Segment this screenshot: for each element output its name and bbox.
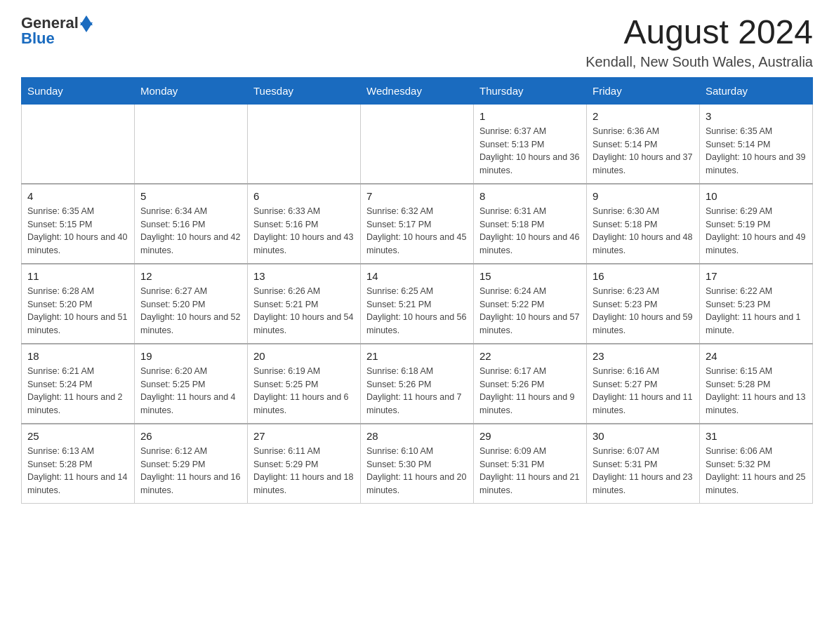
calendar-cell [361,104,474,184]
day-number: 7 [366,190,468,202]
calendar-cell: 15Sunrise: 6:24 AMSunset: 5:22 PMDayligh… [474,264,587,344]
day-number: 17 [706,270,807,282]
day-info: Sunrise: 6:35 AMSunset: 5:14 PMDaylight:… [706,125,807,177]
day-info: Sunrise: 6:35 AMSunset: 5:15 PMDaylight:… [27,205,128,257]
calendar-week-row-3: 11Sunrise: 6:28 AMSunset: 5:20 PMDayligh… [22,264,813,344]
day-number: 25 [27,430,128,442]
day-info: Sunrise: 6:20 AMSunset: 5:25 PMDaylight:… [140,365,241,417]
calendar-cell [22,104,135,184]
day-info: Sunrise: 6:06 AMSunset: 5:32 PMDaylight:… [706,445,807,497]
calendar-cell: 17Sunrise: 6:22 AMSunset: 5:23 PMDayligh… [700,264,813,344]
calendar-week-row-4: 18Sunrise: 6:21 AMSunset: 5:24 PMDayligh… [22,344,813,424]
day-number: 19 [140,350,241,362]
calendar-cell: 27Sunrise: 6:11 AMSunset: 5:29 PMDayligh… [248,424,361,504]
day-number: 18 [27,350,128,362]
calendar-cell [135,104,248,184]
calendar-cell: 29Sunrise: 6:09 AMSunset: 5:31 PMDayligh… [474,424,587,504]
day-number: 2 [593,110,694,122]
calendar-cell: 5Sunrise: 6:34 AMSunset: 5:16 PMDaylight… [135,184,248,264]
day-number: 1 [479,110,581,122]
calendar-cell: 21Sunrise: 6:18 AMSunset: 5:26 PMDayligh… [361,344,474,424]
col-sunday: Sunday [22,77,135,104]
logo-blue-text: Blue [21,29,55,48]
calendar-cell: 10Sunrise: 6:29 AMSunset: 5:19 PMDayligh… [700,184,813,264]
calendar-cell: 23Sunrise: 6:16 AMSunset: 5:27 PMDayligh… [587,344,700,424]
day-info: Sunrise: 6:30 AMSunset: 5:18 PMDaylight:… [593,205,694,257]
col-friday: Friday [587,77,700,104]
day-info: Sunrise: 6:17 AMSunset: 5:26 PMDaylight:… [479,365,581,417]
day-info: Sunrise: 6:28 AMSunset: 5:20 PMDaylight:… [27,285,128,337]
day-info: Sunrise: 6:25 AMSunset: 5:21 PMDaylight:… [366,285,468,337]
day-number: 15 [479,270,581,282]
day-number: 9 [593,190,694,202]
calendar-cell: 19Sunrise: 6:20 AMSunset: 5:25 PMDayligh… [135,344,248,424]
calendar-week-row-2: 4Sunrise: 6:35 AMSunset: 5:15 PMDaylight… [22,184,813,264]
location-subtitle: Kendall, New South Wales, Australia [585,54,813,70]
day-number: 28 [366,430,468,442]
calendar-cell: 4Sunrise: 6:35 AMSunset: 5:15 PMDaylight… [22,184,135,264]
day-number: 27 [253,430,355,442]
day-info: Sunrise: 6:36 AMSunset: 5:14 PMDaylight:… [593,125,694,177]
day-number: 8 [479,190,581,202]
day-number: 26 [140,430,241,442]
day-info: Sunrise: 6:15 AMSunset: 5:28 PMDaylight:… [706,365,807,417]
day-info: Sunrise: 6:07 AMSunset: 5:31 PMDaylight:… [593,445,694,497]
calendar-cell [248,104,361,184]
logo: General Blue [21,14,93,48]
day-info: Sunrise: 6:10 AMSunset: 5:30 PMDaylight:… [366,445,468,497]
day-number: 3 [706,110,807,122]
calendar-cell: 20Sunrise: 6:19 AMSunset: 5:25 PMDayligh… [248,344,361,424]
day-info: Sunrise: 6:33 AMSunset: 5:16 PMDaylight:… [253,205,355,257]
day-number: 24 [706,350,807,362]
calendar-cell: 22Sunrise: 6:17 AMSunset: 5:26 PMDayligh… [474,344,587,424]
day-number: 16 [593,270,694,282]
day-number: 14 [366,270,468,282]
calendar-cell: 18Sunrise: 6:21 AMSunset: 5:24 PMDayligh… [22,344,135,424]
calendar-cell: 25Sunrise: 6:13 AMSunset: 5:28 PMDayligh… [22,424,135,504]
calendar-table: Sunday Monday Tuesday Wednesday Thursday… [21,77,813,504]
day-info: Sunrise: 6:23 AMSunset: 5:23 PMDaylight:… [593,285,694,337]
day-info: Sunrise: 6:24 AMSunset: 5:22 PMDaylight:… [479,285,581,337]
calendar-cell: 16Sunrise: 6:23 AMSunset: 5:23 PMDayligh… [587,264,700,344]
calendar-cell: 11Sunrise: 6:28 AMSunset: 5:20 PMDayligh… [22,264,135,344]
day-number: 31 [706,430,807,442]
day-number: 5 [140,190,241,202]
day-number: 12 [140,270,241,282]
day-info: Sunrise: 6:27 AMSunset: 5:20 PMDaylight:… [140,285,241,337]
day-info: Sunrise: 6:37 AMSunset: 5:13 PMDaylight:… [479,125,581,177]
day-info: Sunrise: 6:22 AMSunset: 5:23 PMDaylight:… [706,285,807,337]
page-header: General Blue August 2024 Kendall, New So… [21,14,813,70]
calendar-cell: 1Sunrise: 6:37 AMSunset: 5:13 PMDaylight… [474,104,587,184]
calendar-cell: 6Sunrise: 6:33 AMSunset: 5:16 PMDaylight… [248,184,361,264]
day-number: 11 [27,270,128,282]
title-block: August 2024 Kendall, New South Wales, Au… [585,14,813,70]
calendar-cell: 28Sunrise: 6:10 AMSunset: 5:30 PMDayligh… [361,424,474,504]
day-info: Sunrise: 6:29 AMSunset: 5:19 PMDaylight:… [706,205,807,257]
calendar-cell: 24Sunrise: 6:15 AMSunset: 5:28 PMDayligh… [700,344,813,424]
day-info: Sunrise: 6:09 AMSunset: 5:31 PMDaylight:… [479,445,581,497]
calendar-cell: 31Sunrise: 6:06 AMSunset: 5:32 PMDayligh… [700,424,813,504]
calendar-cell: 12Sunrise: 6:27 AMSunset: 5:20 PMDayligh… [135,264,248,344]
calendar-week-row-1: 1Sunrise: 6:37 AMSunset: 5:13 PMDaylight… [22,104,813,184]
day-info: Sunrise: 6:21 AMSunset: 5:24 PMDaylight:… [27,365,128,417]
calendar-cell: 8Sunrise: 6:31 AMSunset: 5:18 PMDaylight… [474,184,587,264]
day-number: 22 [479,350,581,362]
day-info: Sunrise: 6:26 AMSunset: 5:21 PMDaylight:… [253,285,355,337]
calendar-cell: 3Sunrise: 6:35 AMSunset: 5:14 PMDaylight… [700,104,813,184]
col-thursday: Thursday [474,77,587,104]
col-wednesday: Wednesday [361,77,474,104]
day-number: 13 [253,270,355,282]
day-number: 20 [253,350,355,362]
col-saturday: Saturday [700,77,813,104]
day-number: 23 [593,350,694,362]
calendar-cell: 14Sunrise: 6:25 AMSunset: 5:21 PMDayligh… [361,264,474,344]
day-info: Sunrise: 6:18 AMSunset: 5:26 PMDaylight:… [366,365,468,417]
day-number: 10 [706,190,807,202]
day-info: Sunrise: 6:11 AMSunset: 5:29 PMDaylight:… [253,445,355,497]
month-year-title: August 2024 [585,14,813,51]
day-number: 4 [27,190,128,202]
day-info: Sunrise: 6:19 AMSunset: 5:25 PMDaylight:… [253,365,355,417]
day-info: Sunrise: 6:16 AMSunset: 5:27 PMDaylight:… [593,365,694,417]
day-number: 30 [593,430,694,442]
calendar-cell: 2Sunrise: 6:36 AMSunset: 5:14 PMDaylight… [587,104,700,184]
